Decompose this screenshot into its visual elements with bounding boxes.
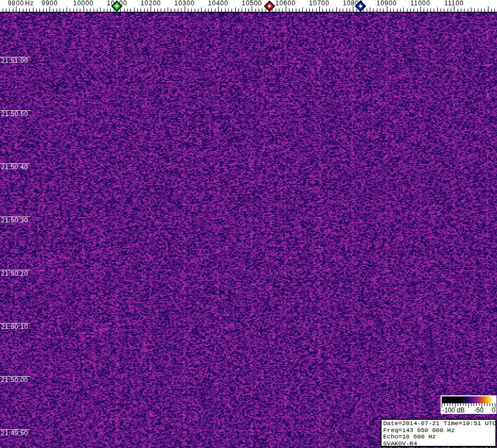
ruler-tick — [377, 9, 377, 12]
ruler-tick — [380, 9, 380, 12]
time-label: 21:50:20 — [0, 270, 30, 277]
ruler-tick — [87, 9, 87, 12]
colorbar-tick — [490, 403, 490, 406]
time-label-text: 21:51:00 — [0, 57, 30, 64]
ruler-tick — [120, 9, 121, 12]
ruler-tick — [441, 9, 441, 12]
ruler-tick — [225, 9, 226, 12]
time-label-text: 21:50:30 — [0, 217, 30, 224]
ruler-tick — [309, 9, 310, 12]
info-echo-frequency: Echo=10 600 Hz — [383, 434, 495, 441]
ruler-tick — [410, 9, 411, 12]
ruler-tick — [451, 9, 451, 12]
ruler-tick — [430, 9, 431, 12]
ruler-tick — [211, 9, 212, 12]
ruler-tick — [137, 9, 138, 12]
ruler-tick — [39, 9, 40, 12]
status-info-box: Date=2014-07-21 Time=19:51 UTC Freq=143 … — [380, 419, 496, 447]
ruler-tick — [367, 9, 367, 12]
ruler-tick — [63, 9, 64, 12]
ruler-tick — [262, 9, 262, 12]
ruler-tick — [205, 9, 205, 12]
time-label: 21:50:10 — [0, 323, 30, 330]
ruler-tick — [188, 9, 188, 12]
colorbar-label-max: 0 — [492, 406, 495, 414]
ruler-tick — [140, 9, 141, 12]
ruler-tick — [333, 9, 333, 12]
ruler-tick — [484, 9, 485, 12]
ruler-tick — [420, 6, 421, 12]
time-label: 21:51:00 — [0, 57, 30, 64]
ruler-tick — [292, 9, 293, 12]
waterfall-canvas — [0, 12, 497, 448]
ruler-tick — [151, 6, 151, 12]
ruler-tick — [357, 9, 357, 12]
ruler-tick — [353, 6, 353, 12]
ruler-tick — [130, 9, 131, 12]
ruler-tick — [100, 7, 101, 12]
spectrum-waterfall-window: Hz 9800990010000101001020010300104001050… — [0, 0, 497, 448]
ruler-tick — [53, 9, 54, 12]
ruler-tick — [427, 9, 428, 12]
ruler-tick — [259, 9, 259, 12]
ruler-tick — [97, 9, 97, 12]
ruler-tick — [407, 9, 408, 12]
ruler-tick — [306, 9, 307, 12]
ruler-tick — [461, 9, 461, 12]
ruler-tick — [218, 6, 219, 12]
ruler-tick — [289, 9, 289, 12]
ruler-tick — [70, 9, 70, 12]
marker-center-dot — [359, 4, 362, 8]
ruler-tick — [336, 7, 337, 12]
colorbar-tick — [479, 403, 479, 406]
ruler-tick — [195, 9, 195, 12]
ruler-tick — [60, 9, 60, 12]
ruler-tick — [403, 7, 404, 12]
ruler-tick — [90, 9, 90, 12]
time-label: 21:50:40 — [0, 163, 30, 171]
colorbar-tick — [447, 403, 448, 406]
ruler-tick — [302, 7, 303, 12]
ruler-tick — [424, 9, 424, 12]
ruler-tick — [171, 9, 171, 12]
ruler-tick — [478, 9, 478, 12]
frequency-unit-label: Hz — [25, 0, 34, 7]
colorbar-tick — [458, 403, 458, 406]
ruler-tick — [343, 9, 343, 12]
ruler-tick — [231, 9, 232, 12]
ruler-tick — [434, 9, 434, 12]
ruler-tick — [185, 6, 185, 12]
frequency-ruler: Hz 9800990010000101001020010300104001050… — [0, 0, 497, 12]
ruler-tick — [248, 9, 249, 12]
colorbar-label-min: -100 dB — [442, 406, 465, 414]
ruler-tick — [16, 6, 16, 12]
ruler-tick — [322, 9, 323, 12]
ruler-tick — [134, 7, 135, 12]
ruler-tick — [23, 9, 23, 12]
ruler-tick — [279, 9, 279, 12]
ruler-tick — [73, 9, 74, 12]
ruler-tick — [144, 9, 145, 12]
colorbar-tick — [471, 403, 471, 406]
ruler-tick — [282, 9, 283, 12]
ruler-tick — [245, 9, 246, 12]
ruler-tick — [164, 9, 165, 12]
ruler-tick — [49, 6, 50, 12]
ruler-tick — [326, 9, 327, 12]
ruler-tick — [370, 7, 370, 12]
info-date-time: Date=2014-07-21 Time=19:51 UTC — [383, 420, 495, 427]
ruler-tick — [413, 9, 414, 12]
ruler-tick — [468, 9, 468, 12]
ruler-tick — [266, 9, 266, 12]
ruler-tick — [474, 9, 475, 12]
ruler-tick — [296, 9, 296, 12]
time-label-text: 21:50:50 — [0, 111, 30, 118]
ruler-tick — [299, 9, 300, 12]
time-label-text: 21:50:00 — [0, 377, 30, 384]
ruler-tick — [67, 7, 67, 12]
ruler-tick — [168, 7, 168, 12]
ruler-tick — [228, 9, 229, 12]
colorbar-tick — [444, 403, 445, 406]
ruler-tick — [255, 9, 256, 12]
ruler-tick — [43, 9, 44, 12]
